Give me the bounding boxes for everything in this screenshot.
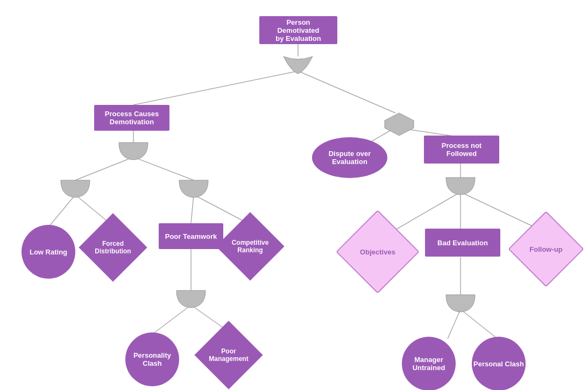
personality-clash-label: PersonalityClash xyxy=(133,351,171,367)
competitive-ranking-label: CompetitiveRanking xyxy=(232,239,269,254)
forced-dist-label: ForcedDistribution xyxy=(95,240,131,255)
poor-management-node: PoorManagement xyxy=(204,331,253,379)
poor-teamwork-node: Poor Teamwork xyxy=(159,223,223,249)
mgr-untrained-label: ManagerUntrained xyxy=(413,356,445,372)
svg-line-21 xyxy=(461,309,498,339)
forced-dist-node: ForcedDistribution xyxy=(89,223,137,272)
dispute-node: Dispute overEvaluation xyxy=(312,137,387,178)
bad-eval-node: Bad Evaluation xyxy=(425,229,500,257)
root-label: Person Demotivatedby Evaluation xyxy=(265,18,332,42)
poor-teamwork-label: Poor Teamwork xyxy=(165,232,217,240)
low-rating-label: Low Rating xyxy=(30,248,67,256)
process-causes-label: Process CausesDemotivation xyxy=(105,110,159,126)
svg-line-4 xyxy=(75,157,133,180)
dispute-label: Dispute overEvaluation xyxy=(329,150,371,166)
personal-clash-node: Personal Clash xyxy=(472,337,526,390)
svg-line-2 xyxy=(298,71,395,113)
process-not-node: Process notFollowed xyxy=(424,136,499,164)
followup-label: Follow-up xyxy=(529,245,562,253)
low-rating-node: Low Rating xyxy=(22,225,75,279)
svg-marker-22 xyxy=(385,113,414,136)
personality-clash-node: PersonalityClash xyxy=(125,332,179,386)
poor-management-label: PoorManagement xyxy=(209,348,248,363)
bad-eval-label: Bad Evaluation xyxy=(437,239,488,247)
svg-line-8 xyxy=(191,195,194,223)
svg-line-5 xyxy=(133,157,194,180)
svg-line-20 xyxy=(448,309,461,339)
svg-line-1 xyxy=(133,71,298,105)
objectives-label: Objectives xyxy=(360,248,395,256)
svg-line-11 xyxy=(153,305,191,334)
personal-clash-label: Personal Clash xyxy=(473,360,524,368)
svg-line-6 xyxy=(49,195,75,226)
followup-node: Follow-up xyxy=(519,222,573,276)
process-not-label: Process notFollowed xyxy=(442,141,481,158)
process-causes-node: Process CausesDemotivation xyxy=(94,105,169,131)
objectives-node: Objectives xyxy=(348,222,407,281)
mgr-untrained-node: ManagerUntrained xyxy=(402,337,456,390)
root-node: Person Demotivatedby Evaluation xyxy=(259,16,337,44)
fault-tree-diagram: Person Demotivatedby Evaluation Process … xyxy=(0,0,588,390)
connections-svg xyxy=(0,0,588,390)
competitive-ranking-node: CompetitiveRanking xyxy=(226,222,274,271)
svg-line-13 xyxy=(370,127,395,143)
